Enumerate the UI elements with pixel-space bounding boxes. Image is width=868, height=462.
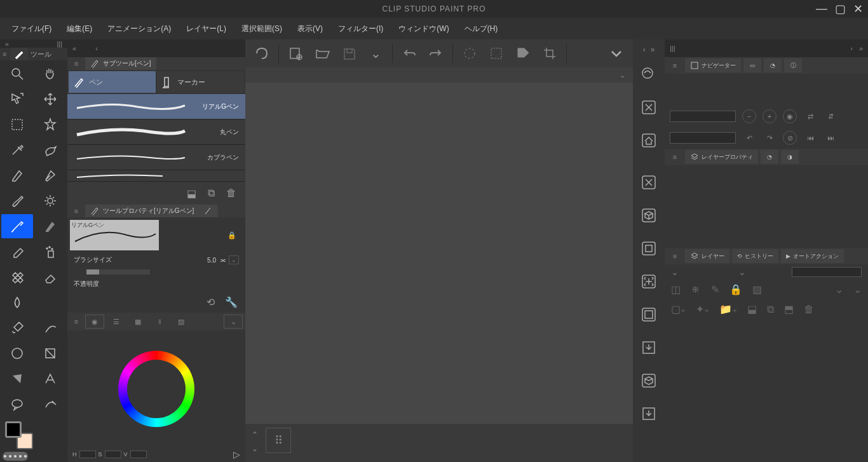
color-wheel[interactable] [118,351,194,427]
toolprop-tab-2[interactable] [199,205,218,217]
skip-start-icon[interactable]: ⏮ [803,131,817,145]
layerprop-tab-2[interactable]: ◔ [761,150,778,164]
v-value[interactable] [130,451,147,458]
lock-icon[interactable]: 🔒 [729,283,742,296]
transfer-icon[interactable]: ⬓ [747,303,757,315]
chevron-left-icon[interactable]: ‹ [643,45,646,54]
hamburger-icon[interactable]: ≡ [67,207,85,215]
layer-tab[interactable]: レイヤー [685,249,729,263]
chevron-right-icon[interactable]: » [651,45,655,54]
mask-icon[interactable]: ▨ [752,283,762,296]
color-tab-slider[interactable]: ☰ [107,315,126,329]
reference-icon[interactable]: ⛯ [691,284,701,296]
transparency-toggle[interactable] [3,452,28,461]
flip-v-icon[interactable]: ⇵ [824,109,837,123]
tool-eyedropper[interactable] [1,138,33,162]
duplicate-icon[interactable]: ⧉ [208,187,215,199]
maximize-button[interactable]: ▢ [835,2,846,16]
hamburger-icon[interactable]: ≡ [667,62,682,69]
autoaction-tab[interactable]: ▶オートアクション [781,249,844,263]
subtool-cat-pen[interactable]: ペン [69,71,156,93]
tool-ellipse[interactable] [1,341,33,365]
brush-item-real-g-pen[interactable]: リアルGペン [67,94,245,119]
chevron-right-icon[interactable]: › [850,44,853,52]
tool-polygon[interactable] [1,367,33,391]
chevron-down-icon[interactable]: ⌄ [229,255,239,264]
merge-icon[interactable]: ⧉ [767,304,774,315]
tool-pen-nib[interactable] [34,163,66,187]
trash-icon[interactable]: 🗑 [226,187,236,199]
history-tab[interactable]: ⟲ヒストリー [732,249,778,263]
loading-icon[interactable] [458,42,481,65]
new-layer-icon[interactable]: ▢₊ [671,303,686,315]
quick-close-icon[interactable] [637,95,661,119]
nav-tab-3[interactable]: ◔ [764,58,782,72]
skip-end-icon[interactable]: ⏭ [824,131,837,145]
color-square[interactable] [138,370,175,407]
tool-balloon[interactable] [1,392,33,416]
color-tab-approx[interactable]: ▨ [172,315,191,329]
tool-bird[interactable] [34,138,66,162]
tool-blend[interactable] [1,290,33,315]
rotate-ccw-icon[interactable]: ↶ [742,131,756,145]
tool-settings[interactable] [34,189,66,213]
hamburger-icon[interactable]: ≡ [667,153,682,161]
quick-home-icon[interactable] [637,128,661,153]
play-icon[interactable]: ▷ [233,449,240,459]
chevron-down-icon[interactable] [605,42,628,65]
tool-wand[interactable] [34,112,66,137]
quick-expand-icon[interactable] [637,269,661,294]
tool-frame[interactable] [34,341,66,365]
tool-eraser[interactable] [34,265,66,289]
menu-help[interactable]: ヘルプ(H) [458,21,505,37]
quick-search-icon[interactable] [637,62,661,86]
tool-text[interactable] [34,367,66,391]
color-swatch[interactable] [5,421,33,449]
quick-info-icon[interactable] [637,236,661,261]
new-icon[interactable] [284,42,307,65]
hamburger-icon[interactable]: ≡ [70,318,83,325]
brush-item-maru-pen[interactable]: 丸ペン [67,119,245,145]
draft-icon[interactable]: ✎ [711,283,719,296]
trash-icon[interactable]: 🗑 [804,304,814,315]
tool-move[interactable] [34,87,66,111]
quick-close2-icon[interactable] [637,170,661,194]
tool-brush[interactable] [1,189,33,213]
combine-icon[interactable]: ⬒ [784,303,794,315]
chevron-left-icon[interactable]: « [5,40,9,48]
prop-opacity[interactable]: 不透明度 [67,277,245,291]
brush-size-slider[interactable] [86,269,150,275]
open-icon[interactable] [311,42,334,65]
tool-eraser-hard[interactable] [1,240,33,264]
color-tab-set[interactable]: ▦ [128,315,147,329]
undo-icon[interactable] [398,42,421,65]
quick-layers-icon[interactable] [637,302,661,327]
zoom-out-icon[interactable]: − [742,109,756,123]
brush-item-more[interactable] [67,170,245,182]
download-icon[interactable]: ⬓ [187,187,196,200]
menu-file[interactable]: ファイル(F) [5,21,58,37]
canvas-area[interactable] [245,83,633,424]
toolprop-tab[interactable]: ツールプロパティ[リアルGペン] [85,205,199,217]
tool-pattern[interactable] [1,265,33,289]
wrench-icon[interactable]: 🔧 [225,296,238,308]
subtool-tab[interactable]: サブツール[ペン] [85,57,156,70]
tool-hand[interactable] [34,62,66,86]
chevron-right-icon[interactable]: » [859,44,863,52]
tool-spray[interactable] [34,240,66,264]
rotate-reset-icon[interactable]: ⊘ [783,131,797,145]
zoom-in-icon[interactable]: + [763,109,776,123]
clip-icon[interactable]: ◫ [671,283,681,296]
menu-edit[interactable]: 編集(E) [60,21,98,37]
tool-airbrush[interactable] [1,214,33,238]
menu-filter[interactable]: フィルター(I) [332,21,390,37]
menu-view[interactable]: 表示(V) [291,21,329,37]
new-folder-icon[interactable]: 📁₊ [719,303,737,315]
layerprop-tab[interactable]: レイヤープロパティ [685,150,758,164]
menu-layer[interactable]: レイヤー(L) [180,21,233,37]
chevron-down-icon[interactable]: ⌄ [249,442,261,456]
clip-studio-icon[interactable] [250,42,273,65]
tool-pen-g[interactable] [1,163,33,187]
color-tab-circle[interactable]: ◉ [85,315,104,329]
chevron-down-icon[interactable]: ⌄ [671,267,679,277]
